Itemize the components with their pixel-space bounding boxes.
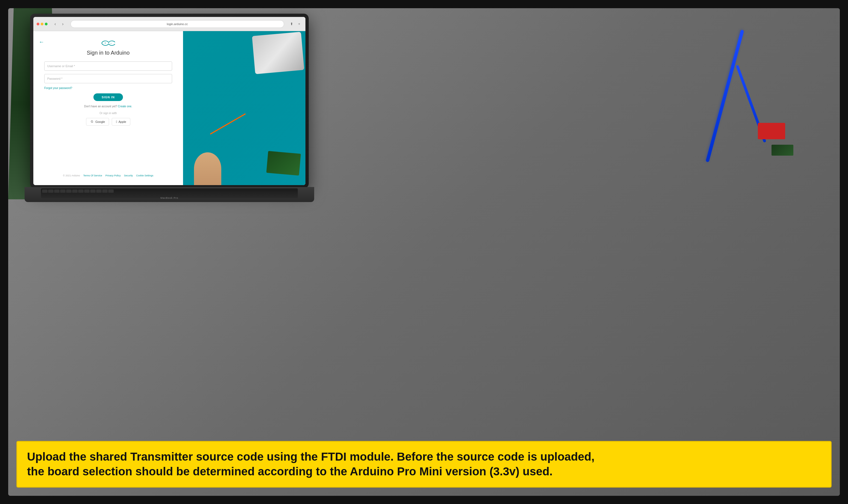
keyboard-key — [48, 190, 54, 193]
username-input[interactable] — [44, 61, 172, 71]
keyboard-key — [96, 190, 102, 193]
address-bar[interactable]: login.arduino.cc — [70, 20, 284, 28]
create-one-link[interactable]: Create one. — [118, 105, 132, 108]
keyboard-key — [54, 190, 59, 193]
keyboard-key — [78, 190, 84, 193]
arduino-footer: © 2021 Arduino Terms Of Service Privacy … — [63, 174, 154, 177]
arduino-logo-svg: + − — [101, 39, 115, 47]
create-account-text: Don't have an account yet? Create one. — [84, 105, 132, 108]
or-sign-in-label: Or sign in with — [100, 112, 117, 115]
pin-1 — [759, 124, 761, 126]
google-icon: G — [90, 120, 94, 124]
keyboard-key — [108, 190, 114, 193]
share-button[interactable]: ⬆ — [288, 21, 295, 27]
bookmark-button[interactable]: + — [296, 21, 302, 27]
laptop: ‹ › login.arduino.cc ⬆ + — [30, 14, 331, 202]
outer-frame: ‹ › login.arduino.cc ⬆ + — [0, 0, 848, 504]
hardware-area — [621, 8, 840, 194]
password-input[interactable] — [44, 74, 172, 83]
usb-cable-main — [706, 30, 744, 162]
keyboard-key — [90, 190, 95, 193]
arduino-back-button[interactable]: ← — [39, 39, 44, 45]
forgot-password-button[interactable]: Forgot your password? — [44, 87, 172, 90]
google-button-label: Google — [95, 120, 105, 123]
pin-2 — [761, 124, 763, 126]
macbook-label: MacBook Pro — [160, 197, 178, 199]
apple-signin-button[interactable]:  Apple — [112, 118, 130, 126]
social-login-buttons: G Google  Apple — [86, 118, 130, 126]
browser-actions: ⬆ + — [288, 21, 302, 27]
password-group — [44, 74, 172, 83]
copyright-text: © 2021 Arduino — [63, 174, 80, 177]
apple-icon:  — [116, 120, 117, 124]
cookie-link[interactable]: Cookie Settings — [136, 174, 153, 177]
browser-navigation: ‹ › — [52, 21, 66, 27]
svg-text:+: + — [105, 42, 106, 44]
scene: ‹ › login.arduino.cc ⬆ + — [8, 8, 840, 496]
keyboard-key — [66, 190, 72, 193]
privacy-link[interactable]: Privacy Policy — [105, 174, 121, 177]
forward-button[interactable]: › — [59, 21, 66, 27]
google-signin-button[interactable]: G Google — [86, 118, 109, 126]
laptop-screen-bezel: ‹ › login.arduino.cc ⬆ + — [30, 14, 309, 188]
terms-link[interactable]: Terms Of Service — [83, 174, 102, 177]
keyboard-key — [102, 190, 108, 193]
back-button[interactable]: ‹ — [52, 21, 58, 27]
pin-6 — [770, 124, 772, 126]
minimize-window-button[interactable] — [41, 23, 43, 25]
username-group — [44, 61, 172, 71]
keyboard-key — [72, 190, 77, 193]
photo-panel — [183, 31, 305, 185]
arduino-pro-mini — [772, 145, 793, 156]
keyboard-key — [84, 190, 90, 193]
keyboard-key — [42, 190, 48, 193]
pin-5 — [768, 124, 769, 126]
caption-text: Upload the shared Transmitter source cod… — [27, 449, 821, 479]
security-link[interactable]: Security — [124, 174, 133, 177]
close-window-button[interactable] — [37, 23, 39, 25]
url-text: login.arduino.cc — [167, 22, 188, 26]
hand-photo — [194, 152, 221, 185]
arduino-board-photo — [266, 151, 301, 176]
caption-banner: Upload the shared Transmitter source cod… — [16, 441, 832, 488]
window-controls — [37, 23, 48, 25]
arduino-login-panel: ← + − Sign in to Arduino — [33, 31, 183, 185]
arduino-logo: + − — [101, 39, 115, 47]
svg-text:−: − — [110, 42, 112, 44]
sign-in-title: Sign in to Arduino — [87, 50, 130, 56]
browser-content: ← + − Sign in to Arduino — [33, 31, 305, 185]
laptop-photo-element — [252, 32, 304, 74]
keyboard-key — [60, 190, 66, 193]
sign-in-button[interactable]: SIGN IN — [93, 93, 123, 101]
caption-line1: Upload the shared Transmitter source cod… — [27, 450, 595, 463]
ftdi-module — [758, 123, 785, 139]
maximize-window-button[interactable] — [45, 23, 48, 25]
pin-3 — [763, 124, 765, 126]
caption-line2: the board selection should be determined… — [27, 465, 553, 478]
apple-button-label: Apple — [119, 120, 126, 123]
browser-chrome: ‹ › login.arduino.cc ⬆ + — [33, 17, 305, 31]
browser-window: ‹ › login.arduino.cc ⬆ + — [33, 17, 305, 185]
pin-4 — [765, 124, 767, 126]
laptop-base: MacBook Pro — [24, 187, 314, 202]
